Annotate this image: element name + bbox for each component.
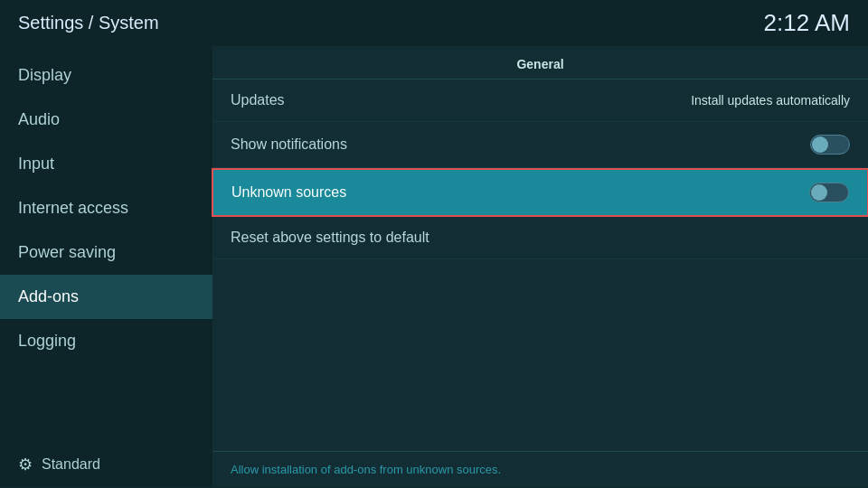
header: Settings / System 2:12 AM xyxy=(0,0,868,46)
main-layout: Display Audio Input Internet access Powe… xyxy=(0,46,868,487)
page-title: Settings / System xyxy=(18,13,159,33)
sidebar-bottom-label: Standard xyxy=(42,456,100,473)
setting-label-show-notifications: Show notifications xyxy=(231,136,347,153)
setting-value-updates: Install updates automatically xyxy=(691,93,850,108)
clock: 2:12 AM xyxy=(764,9,850,37)
sidebar-item-input[interactable]: Input xyxy=(0,142,212,186)
setting-row-unknown-sources[interactable]: Unknown sources xyxy=(212,168,868,217)
footer-text: Allow installation of add-ons from unkno… xyxy=(212,451,868,487)
content-area: General Updates Install updates automati… xyxy=(212,46,868,451)
setting-label-unknown-sources: Unknown sources xyxy=(231,184,346,201)
setting-row-updates[interactable]: Updates Install updates automatically xyxy=(212,80,868,122)
setting-label-reset-settings: Reset above settings to default xyxy=(231,230,429,246)
setting-row-reset-settings[interactable]: Reset above settings to default xyxy=(212,217,868,259)
toggle-unknown-sources[interactable] xyxy=(809,183,849,202)
sidebar-item-internet-access[interactable]: Internet access xyxy=(0,186,212,230)
sidebar-item-power-saving[interactable]: Power saving xyxy=(0,230,212,275)
sidebar: Display Audio Input Internet access Powe… xyxy=(0,46,212,487)
setting-row-show-notifications[interactable]: Show notifications xyxy=(212,122,868,168)
sidebar-item-audio[interactable]: Audio xyxy=(0,98,212,142)
sidebar-item-logging[interactable]: Logging xyxy=(0,319,212,363)
toggle-show-notifications[interactable] xyxy=(810,135,850,155)
sidebar-item-display[interactable]: Display xyxy=(0,53,212,98)
main-content: General Updates Install updates automati… xyxy=(212,46,868,487)
sidebar-bottom[interactable]: ⚙ Standard xyxy=(0,442,212,487)
sidebar-item-add-ons[interactable]: Add-ons xyxy=(0,275,212,319)
setting-label-updates: Updates xyxy=(231,92,285,108)
gear-icon: ⚙ xyxy=(18,455,33,474)
section-header: General xyxy=(212,46,868,80)
